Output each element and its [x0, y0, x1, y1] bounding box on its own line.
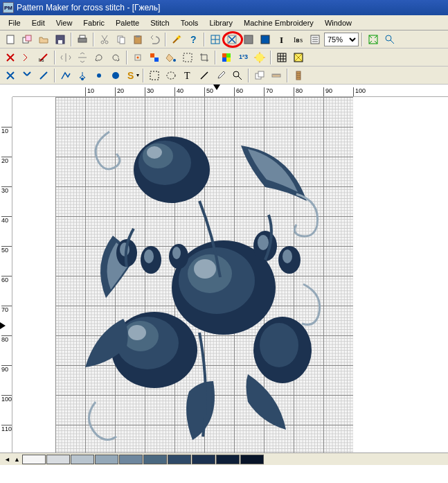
palette-up-icon[interactable]: ▲ [12, 456, 21, 463]
print-icon[interactable] [75, 32, 90, 47]
open-file-icon[interactable] [36, 32, 51, 47]
line-tool-icon[interactable] [197, 68, 212, 83]
symbol-count-icon[interactable]: 1²3 [235, 50, 251, 65]
ruler-h-tick: 90 [323, 87, 332, 97]
ruler-h-tick: 70 [264, 87, 273, 97]
svg-point-71 [144, 249, 154, 263]
back-stitch-icon[interactable] [58, 68, 73, 83]
color-swap-icon[interactable] [147, 50, 162, 65]
palette-swatch-9[interactable] [240, 455, 264, 464]
properties-icon[interactable] [307, 32, 323, 47]
palette-swatch-7[interactable] [192, 455, 215, 464]
half-stitch-icon[interactable] [19, 68, 35, 83]
ruler-icon[interactable] [269, 68, 284, 83]
crop-icon[interactable] [197, 50, 212, 65]
svg-point-36 [256, 53, 264, 62]
bead-large-icon[interactable] [108, 68, 123, 83]
marker-horizontal[interactable] [213, 85, 220, 90]
info-icon[interactable]: I [274, 32, 289, 47]
palette-swatch-2[interactable] [71, 455, 94, 464]
delete-back-icon[interactable]: bs [36, 50, 51, 65]
ruler-h-tick: 20 [115, 87, 124, 97]
svg-point-74 [283, 249, 292, 263]
menu-file[interactable]: File [3, 17, 26, 28]
canvas-area: 102030405060708090100 102030405060708090… [0, 85, 448, 453]
full-stitch-icon[interactable] [3, 68, 18, 83]
stitch-color-icon[interactable] [258, 32, 273, 47]
zoom-icon[interactable] [230, 68, 245, 83]
layers-icon[interactable] [252, 68, 267, 83]
delete-x-icon[interactable] [3, 50, 18, 65]
eyedropper-icon[interactable] [213, 68, 229, 83]
undo-icon[interactable] [147, 32, 162, 47]
flip-h-icon[interactable] [58, 50, 73, 65]
menu-palette[interactable]: Palette [110, 17, 145, 28]
stitch-x-icon[interactable] [224, 32, 240, 47]
fill-icon[interactable] [163, 50, 179, 65]
special-stitch-icon[interactable]: S▾ [125, 68, 140, 83]
thread-icon[interactable] [291, 68, 306, 83]
new-window-icon[interactable] [19, 32, 35, 47]
new-file-icon[interactable] [3, 32, 18, 47]
grid-toggle-icon[interactable] [274, 50, 289, 65]
palette-swatch-3[interactable] [95, 455, 118, 464]
svg-point-58 [260, 323, 298, 367]
pattern-design[interactable] [75, 111, 334, 444]
canvas-content[interactable] [12, 97, 448, 453]
flip-v-icon[interactable] [75, 50, 90, 65]
fit-screen-icon[interactable] [366, 32, 381, 47]
select-rect-icon[interactable] [147, 68, 162, 83]
svg-text:I: I [280, 35, 283, 45]
palette-swatch-4[interactable] [119, 455, 143, 464]
rotate-cw-icon[interactable] [91, 50, 107, 65]
svg-rect-28 [154, 58, 159, 62]
palette-swatch-8[interactable] [216, 455, 240, 464]
help-icon[interactable]: ? [186, 32, 201, 47]
copy-icon[interactable] [114, 32, 129, 47]
text-tool-icon[interactable]: T [180, 68, 195, 83]
menu-window[interactable]: Window [319, 17, 357, 28]
svg-rect-12 [136, 35, 140, 37]
menu-edit[interactable]: Edit [26, 17, 51, 28]
marker-vertical[interactable] [0, 322, 6, 329]
color-effects-icon[interactable] [252, 50, 267, 65]
select-ellipse-icon[interactable] [163, 68, 179, 83]
menu-stitch[interactable]: Stitch [145, 17, 175, 28]
menu-library[interactable]: Library [204, 17, 238, 28]
palette-prev-icon[interactable]: ◄ [3, 456, 12, 463]
menu-tools[interactable]: Tools [175, 17, 204, 28]
palette-swatch-1[interactable] [46, 455, 70, 464]
menu-fabric[interactable]: Fabric [78, 17, 110, 28]
zoom-select[interactable]: 75% [324, 33, 359, 46]
ruler-vertical: 102030405060708090100110120 [0, 97, 12, 453]
save-icon[interactable] [53, 32, 68, 47]
backstitch-info-icon[interactable]: Iʙs [291, 32, 306, 47]
palette-edit-icon[interactable] [219, 50, 234, 65]
outline-icon[interactable] [180, 50, 195, 65]
app-icon: PM [3, 2, 14, 13]
palette-swatch-6[interactable] [168, 455, 191, 464]
menu-view[interactable]: View [51, 17, 78, 28]
ruler-h-tick: 50 [204, 87, 213, 97]
grid-highlight-icon[interactable] [291, 50, 306, 65]
svg-rect-2 [26, 35, 31, 41]
palette-swatch-5[interactable] [143, 455, 167, 464]
svg-point-73 [258, 235, 269, 250]
rotate-ccw-icon[interactable] [108, 50, 123, 65]
ruler-v-tick: 40 [1, 216, 12, 224]
delete-half-icon[interactable] [19, 50, 35, 65]
paste-icon[interactable] [130, 32, 145, 47]
menu-machine-embroidery[interactable]: Machine Embroidery [238, 17, 319, 28]
center-icon[interactable] [130, 50, 145, 65]
wizard-icon[interactable] [169, 32, 184, 47]
palette-swatch-0[interactable] [22, 455, 46, 464]
french-knot-icon[interactable] [75, 68, 90, 83]
zoom-tool-icon[interactable] [382, 32, 397, 47]
stitch-solid-icon[interactable] [241, 32, 256, 47]
quarter-stitch-icon[interactable] [36, 68, 51, 83]
stitch-grid-icon[interactable] [208, 32, 223, 47]
ruler-h-tick: 100 [353, 87, 366, 97]
svg-rect-37 [278, 53, 286, 62]
bead-small-icon[interactable] [91, 68, 107, 83]
cut-icon[interactable] [97, 32, 112, 47]
